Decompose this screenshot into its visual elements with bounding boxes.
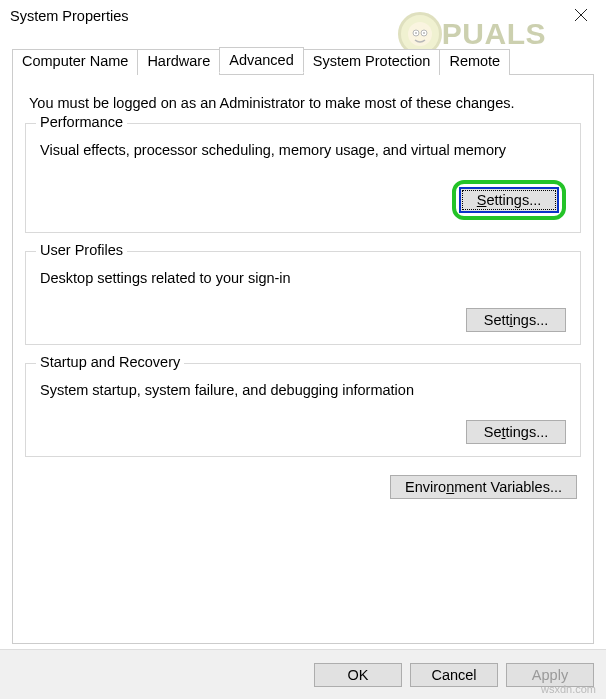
group-startup-recovery: Startup and Recovery System startup, sys…: [25, 363, 581, 457]
apply-button[interactable]: Apply: [506, 663, 594, 687]
group-startup-recovery-desc: System startup, system failure, and debu…: [40, 382, 570, 398]
system-properties-window: System Properties PUALS Computer Name Ha…: [0, 0, 606, 699]
tab-computer-name[interactable]: Computer Name: [12, 49, 138, 75]
tab-remote[interactable]: Remote: [439, 49, 510, 75]
performance-settings-button[interactable]: Settings...: [459, 187, 559, 213]
intro-text: You must be logged on as an Administrato…: [29, 95, 579, 111]
highlight-performance-settings: Settings...: [452, 180, 566, 220]
dialog-button-bar: OK Cancel Apply: [0, 649, 606, 699]
tab-hardware[interactable]: Hardware: [137, 49, 220, 75]
group-performance-desc: Visual effects, processor scheduling, me…: [40, 142, 570, 158]
group-performance: Performance Visual effects, processor sc…: [25, 123, 581, 233]
title-bar: System Properties: [0, 0, 606, 32]
svg-point-5: [415, 32, 417, 34]
tab-strip: Computer Name Hardware Advanced System P…: [12, 48, 594, 75]
window-title: System Properties: [10, 8, 128, 24]
user-profiles-settings-button[interactable]: Settings...: [466, 308, 566, 332]
ok-button[interactable]: OK: [314, 663, 402, 687]
group-startup-recovery-title: Startup and Recovery: [36, 354, 184, 370]
group-user-profiles-title: User Profiles: [36, 242, 127, 258]
tab-system-protection[interactable]: System Protection: [303, 49, 441, 75]
environment-variables-button[interactable]: Environment Variables...: [390, 475, 577, 499]
env-row: Environment Variables...: [23, 475, 583, 499]
group-performance-title: Performance: [36, 114, 127, 130]
svg-point-6: [423, 32, 425, 34]
close-button[interactable]: [570, 4, 592, 26]
tab-content-advanced: You must be logged on as an Administrato…: [12, 75, 594, 644]
tab-advanced[interactable]: Advanced: [219, 47, 304, 73]
startup-recovery-settings-button[interactable]: Settings...: [466, 420, 566, 444]
close-icon: [574, 8, 588, 22]
group-user-profiles: User Profiles Desktop settings related t…: [25, 251, 581, 345]
cancel-button[interactable]: Cancel: [410, 663, 498, 687]
group-user-profiles-desc: Desktop settings related to your sign-in: [40, 270, 570, 286]
